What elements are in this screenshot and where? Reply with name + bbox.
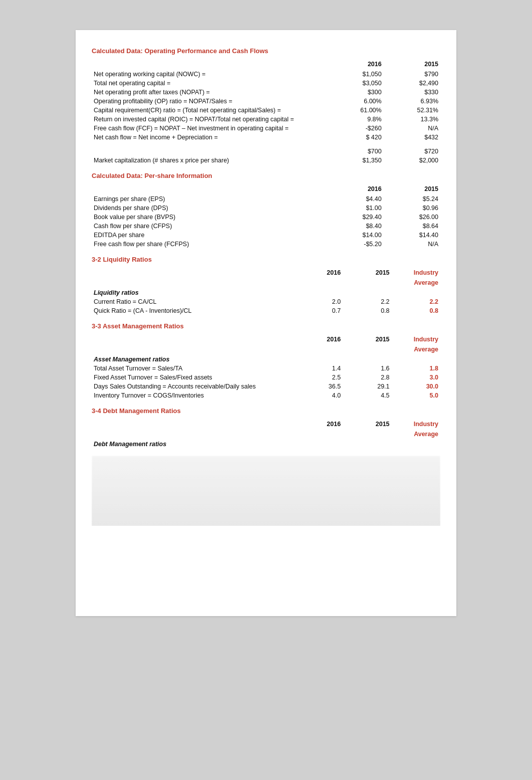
row-2015: $14.40 [384, 231, 440, 240]
table-row: Dividends per share (DPS) $1.00 $0.96 [92, 204, 440, 213]
table-row: Days Sales Outstanding = Accounts receiv… [92, 382, 440, 391]
table-row: Market capitalization (# shares x price … [92, 156, 440, 165]
am-avg-label [92, 345, 294, 355]
row-2015: 52.31% [384, 106, 440, 115]
row-2015: N/A [384, 240, 440, 249]
am-2015-header: 2015 [343, 335, 391, 345]
dm-italic-label: Debt Management ratios [92, 440, 294, 449]
table-row: EDITDA per share $14.00 $14.40 [92, 231, 440, 240]
asset-header-row: 2016 2015 Industry [92, 335, 440, 345]
liquidity-header-row: 2016 2015 Industry [92, 268, 440, 278]
row-2015: 0.8 [343, 306, 391, 315]
row-label: Total Asset Turnover = Sales/TA [92, 364, 294, 373]
row-industry: 3.0 [392, 373, 440, 382]
op-2016-header: 2016 [327, 60, 383, 70]
row-label: Fixed Asset Turnover = Sales/Fixed asset… [92, 373, 294, 382]
dm-label-header [92, 420, 294, 430]
am-label-header [92, 335, 294, 345]
row-2016: $ 420 [327, 133, 383, 142]
dm-avg-label [92, 430, 294, 440]
asset-italic-row: Asset Management ratios [92, 355, 440, 364]
row-industry: 0.8 [392, 306, 440, 315]
table-row: Quick Ratio = (CA - Inventories)/CL 0.7 … [92, 306, 440, 315]
operating-title: Calculated Data: Operating Performance a… [92, 47, 440, 55]
operating-table: 2016 2015 Net operating working capital … [92, 60, 440, 165]
row-2015: 2.2 [343, 297, 391, 306]
row-2015: 13.3% [384, 115, 440, 124]
row-2016: 9.8% [327, 115, 383, 124]
liq-2015-header: 2015 [343, 268, 391, 278]
row-2016: 1.4 [294, 364, 343, 373]
row-label: Net operating working capital (NOWC) = [92, 70, 327, 79]
row-label [92, 147, 327, 156]
row-2015: $2,490 [384, 79, 440, 88]
row-2015: 6.93% [384, 97, 440, 106]
row-2015: 29.1 [343, 382, 391, 391]
row-2015: $2,000 [384, 156, 440, 165]
row-2016: $4.40 [327, 194, 383, 204]
row-label: Quick Ratio = (CA - Inventories)/CL [92, 306, 294, 315]
spacer-row [92, 142, 440, 147]
content-card: Calculated Data: Operating Performance a… [76, 30, 456, 616]
row-industry: 5.0 [392, 391, 440, 400]
asset-mgmt-title: 3-3 Asset Management Ratios [92, 322, 440, 330]
op-label-header [92, 60, 327, 70]
row-label: Net operating profit after taxes (NOPAT)… [92, 88, 327, 97]
bottom-blur-area [92, 456, 440, 526]
op-2015-header: 2015 [384, 60, 440, 70]
per-share-table: 2016 2015 Earnings per share (EPS) $4.40… [92, 184, 440, 249]
row-label: Free cash flow (FCF) = NOPAT – Net inves… [92, 124, 327, 133]
row-2015: 2.8 [343, 373, 391, 382]
table-row: Book value per share (BVPS) $29.40 $26.0… [92, 213, 440, 222]
ps-label-header [92, 184, 327, 194]
row-2015: $720 [384, 147, 440, 156]
table-row: Free cash flow per share (FCFPS) -$5.20 … [92, 240, 440, 249]
dm-2016-header: 2016 [294, 420, 343, 430]
operating-header-row: 2016 2015 [92, 60, 440, 70]
table-row: Return on invested capital (ROIC) = NOPA… [92, 115, 440, 124]
debt-header-row: 2016 2015 Industry [92, 420, 440, 430]
liq-2016-header: 2016 [294, 268, 343, 278]
table-row: Inventory Turnover = COGS/Inventories 4.… [92, 391, 440, 400]
row-2015: 1.6 [343, 364, 391, 373]
row-label: Return on invested capital (ROIC) = NOPA… [92, 115, 327, 124]
ps-2016-header: 2016 [327, 184, 383, 194]
row-label: Net cash flow = Net income + Depreciatio… [92, 133, 327, 142]
table-row: Capital requirement(CR) ratio = (Total n… [92, 106, 440, 115]
row-label: Capital requirement(CR) ratio = (Total n… [92, 106, 327, 115]
am-2016-header: 2016 [294, 335, 343, 345]
row-2016: 0.7 [294, 306, 343, 315]
debt-avg-header-row: Average [92, 430, 440, 440]
row-2016: $3,050 [327, 79, 383, 88]
row-2015: $0.96 [384, 204, 440, 213]
row-2015: $432 [384, 133, 440, 142]
row-industry: 1.8 [392, 364, 440, 373]
liq-label-header [92, 268, 294, 278]
asset-avg-header-row: Average [92, 345, 440, 355]
row-2015: $5.24 [384, 194, 440, 204]
row-label: Market capitalization (# shares x price … [92, 156, 327, 165]
liq-avg-empty1 [294, 278, 343, 288]
liq-avg-header: Average [392, 278, 440, 288]
row-2016: $1,350 [327, 156, 383, 165]
debt-mgmt-title: 3-4 Debt Management Ratios [92, 407, 440, 415]
row-2016: -$5.20 [327, 240, 383, 249]
row-2016: $29.40 [327, 213, 383, 222]
row-label: EDITDA per share [92, 231, 327, 240]
table-row: Earnings per share (EPS) $4.40 $5.24 [92, 194, 440, 204]
table-row: Net operating working capital (NOWC) = $… [92, 70, 440, 79]
dm-2015-header: 2015 [343, 420, 391, 430]
row-2016: $1,050 [327, 70, 383, 79]
row-label: Inventory Turnover = COGS/Inventories [92, 391, 294, 400]
table-row: Total Asset Turnover = Sales/TA 1.4 1.6 … [92, 364, 440, 373]
liq-italic-label: Liquidity ratios [92, 288, 294, 297]
row-2015: $330 [384, 88, 440, 97]
page-wrapper: Calculated Data: Operating Performance a… [0, 0, 532, 780]
liquidity-italic-row: Liquidity ratios [92, 288, 440, 297]
row-label: Cash flow per share (CFPS) [92, 222, 327, 231]
row-label: Earnings per share (EPS) [92, 194, 327, 204]
table-row: Current Ratio = CA/CL 2.0 2.2 2.2 [92, 297, 440, 306]
row-label: Current Ratio = CA/CL [92, 297, 294, 306]
table-row: Net cash flow = Net income + Depreciatio… [92, 133, 440, 142]
row-label: Total net operating capital = [92, 79, 327, 88]
